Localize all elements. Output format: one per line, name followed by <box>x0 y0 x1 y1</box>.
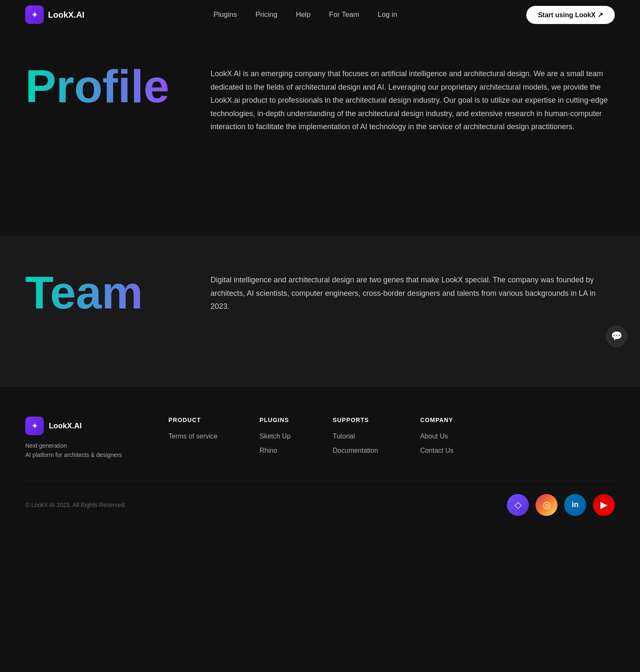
profile-content: LookX AI is an emerging company that foc… <box>211 63 615 134</box>
footer-company-column: COMPANY About Us Contact Us <box>420 417 453 460</box>
footer-product-links: Terms of service <box>168 433 217 440</box>
nav-link-help[interactable]: Help <box>296 11 311 19</box>
footer-socials: ◇ ◎ in ▶ <box>507 494 615 516</box>
footer-link-tutorial[interactable]: Tutorial <box>333 433 355 440</box>
instagram-social-button[interactable]: ◎ <box>536 494 557 516</box>
navbar: ✦ LookX.AI Plugins Pricing Help For Team… <box>0 0 640 29</box>
team-section: Team Digital intelligence and architectu… <box>0 236 640 387</box>
discord-float-icon: 💬 <box>611 331 622 342</box>
team-content: Digital intelligence and architectural d… <box>211 269 615 313</box>
footer-product-title: PRODUCT <box>168 417 217 423</box>
logo-text: LookX.AI <box>48 10 85 20</box>
start-using-button[interactable]: Start using LookX ↗ <box>526 6 615 24</box>
footer-company-links: About Us Contact Us <box>420 433 453 454</box>
profile-heading-container: Profile <box>25 63 185 109</box>
footer-top: ✦ LookX.AI Next generation AI platform f… <box>25 417 615 460</box>
discord-social-button[interactable]: ◇ <box>507 494 529 516</box>
footer-copyright: © LookX AI 2023. All Rights Reserved. <box>25 502 126 508</box>
footer-columns: PRODUCT Terms of service PLUGINS Sketch … <box>168 417 615 460</box>
footer-logo: ✦ LookX.AI <box>25 417 135 435</box>
logo-icon: ✦ <box>25 5 44 24</box>
footer-link-rhino[interactable]: Rhino <box>259 447 277 454</box>
footer-plugins-links: Sketch Up Rhino <box>259 433 291 454</box>
footer-company-title: COMPANY <box>420 417 453 423</box>
footer-link-terms[interactable]: Terms of service <box>168 433 217 440</box>
nav-link-plugins[interactable]: Plugins <box>213 11 237 19</box>
nav-links: Plugins Pricing Help For Team Log in <box>213 11 397 19</box>
profile-heading: Profile <box>25 63 185 109</box>
footer-logo-icon: ✦ <box>25 417 44 435</box>
footer-brand: ✦ LookX.AI Next generation AI platform f… <box>25 417 135 460</box>
footer-link-contact[interactable]: Contact Us <box>420 447 453 454</box>
nav-link-forteam[interactable]: For Team <box>329 11 360 19</box>
discord-float-button[interactable]: 💬 <box>605 325 627 347</box>
footer-link-about[interactable]: About Us <box>420 433 448 440</box>
footer-plugins-title: PLUGINS <box>259 417 291 423</box>
footer-bottom: © LookX AI 2023. All Rights Reserved. ◇ … <box>25 494 615 516</box>
footer-supports-column: SUPPORTS Tutorial Documentation <box>333 417 378 460</box>
footer-supports-title: SUPPORTS <box>333 417 378 423</box>
discord-icon: ◇ <box>515 499 522 510</box>
footer-supports-links: Tutorial Documentation <box>333 433 378 454</box>
linkedin-social-button[interactable]: in <box>564 494 586 516</box>
team-heading-container: Team <box>25 269 185 316</box>
youtube-social-button[interactable]: ▶ <box>593 494 615 516</box>
footer-link-documentation[interactable]: Documentation <box>333 447 378 454</box>
footer-product-column: PRODUCT Terms of service <box>168 417 217 460</box>
nav-logo[interactable]: ✦ LookX.AI <box>25 5 85 24</box>
instagram-icon: ◎ <box>543 499 551 510</box>
youtube-icon: ▶ <box>600 499 608 510</box>
footer-logo-text: LookX.AI <box>49 422 82 430</box>
team-text: Digital intelligence and architectural d… <box>211 274 615 313</box>
footer-link-sketchup[interactable]: Sketch Up <box>259 433 291 440</box>
footer-plugins-column: PLUGINS Sketch Up Rhino <box>259 417 291 460</box>
profile-section: Profile LookX AI is an emerging company … <box>0 29 640 236</box>
linkedin-icon: in <box>572 500 579 509</box>
nav-link-login[interactable]: Log in <box>378 11 397 19</box>
profile-text: LookX AI is an emerging company that foc… <box>211 67 615 134</box>
footer-divider <box>25 481 615 481</box>
footer-tagline: Next generation AI platform for architec… <box>25 441 135 460</box>
footer: ✦ LookX.AI Next generation AI platform f… <box>0 387 640 533</box>
nav-link-pricing[interactable]: Pricing <box>256 11 277 19</box>
team-heading: Team <box>25 269 185 316</box>
